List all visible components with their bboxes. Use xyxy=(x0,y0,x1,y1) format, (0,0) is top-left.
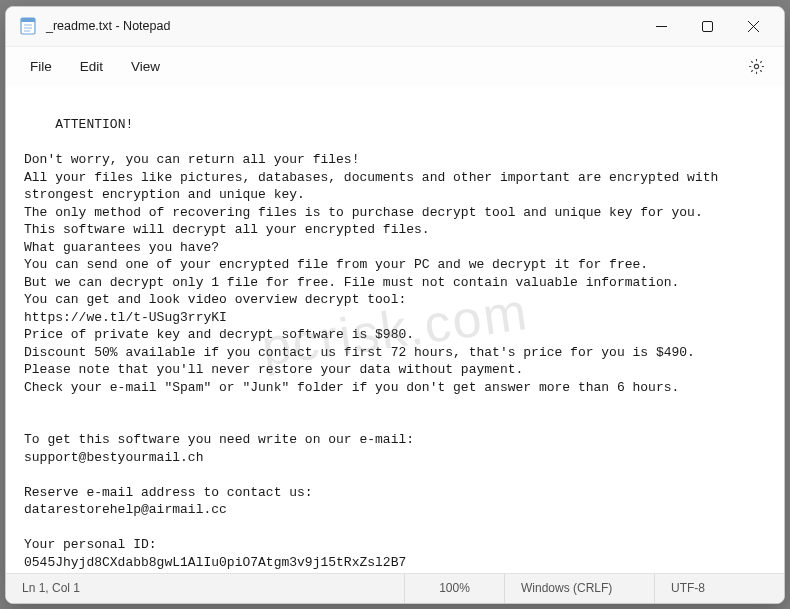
status-encoding: UTF-8 xyxy=(654,574,784,603)
status-line-ending: Windows (CRLF) xyxy=(504,574,654,603)
svg-point-9 xyxy=(754,64,758,68)
notepad-window: _readme.txt - Notepad File Edit View AT xyxy=(5,6,785,604)
svg-rect-6 xyxy=(702,21,712,31)
titlebar[interactable]: _readme.txt - Notepad xyxy=(6,7,784,47)
window-controls xyxy=(638,6,776,46)
menubar: File Edit View xyxy=(6,47,784,87)
status-zoom[interactable]: 100% xyxy=(404,574,504,603)
window-title: _readme.txt - Notepad xyxy=(46,19,170,33)
svg-rect-1 xyxy=(21,18,35,22)
menu-edit[interactable]: Edit xyxy=(66,53,117,80)
close-button[interactable] xyxy=(730,6,776,46)
gear-icon[interactable] xyxy=(738,51,774,83)
status-cursor-position: Ln 1, Col 1 xyxy=(6,574,404,603)
notepad-app-icon xyxy=(20,17,36,35)
statusbar: Ln 1, Col 1 100% Windows (CRLF) UTF-8 xyxy=(6,573,784,603)
maximize-button[interactable] xyxy=(684,6,730,46)
minimize-button[interactable] xyxy=(638,6,684,46)
menu-view[interactable]: View xyxy=(117,53,174,80)
document-text: ATTENTION! Don't worry, you can return a… xyxy=(24,117,726,570)
menu-file[interactable]: File xyxy=(16,53,66,80)
text-editor-area[interactable]: ATTENTION! Don't worry, you can return a… xyxy=(6,87,784,573)
